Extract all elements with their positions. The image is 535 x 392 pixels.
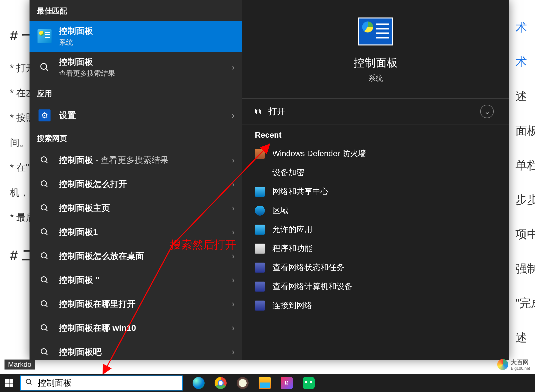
result-title: 控制面板主页 <box>59 202 232 214</box>
web-result-item[interactable]: 控制面板 - 查看更多搜索结果 › <box>30 148 242 172</box>
svg-line-7 <box>46 209 48 211</box>
recent-item[interactable]: 连接到网络 <box>255 296 496 315</box>
recent-item-icon <box>255 301 265 311</box>
recent-item-label: 查看网络状态和任务 <box>272 262 344 273</box>
recent-item[interactable]: 程序和功能 <box>255 239 496 258</box>
result-see-more[interactable]: 控制面板 查看更多搜索结果 › <box>30 52 242 83</box>
chevron-right-icon: › <box>232 62 235 72</box>
open-action[interactable]: ⧉ 打开 ⌄ <box>242 99 509 124</box>
recent-item[interactable]: 查看网络计算机和设备 <box>255 277 496 296</box>
intellij-icon[interactable]: IJ <box>281 377 293 389</box>
open-icon: ⧉ <box>255 106 261 116</box>
result-subtitle: 查看更多搜索结果 <box>59 69 232 78</box>
file-explorer-icon[interactable] <box>259 377 271 389</box>
apps-header: 应用 <box>30 83 242 103</box>
svg-line-9 <box>46 233 48 235</box>
svg-point-18 <box>41 349 47 354</box>
search-icon <box>37 177 52 192</box>
chrome-icon[interactable] <box>215 377 227 389</box>
wechat-icon[interactable] <box>303 377 315 389</box>
recent-item[interactable]: 查看网络状态和任务 <box>255 258 496 277</box>
result-title: 控制面板 - 查看更多搜索结果 <box>59 154 232 166</box>
web-result-item[interactable]: 控制面板怎么打开 › <box>30 172 242 196</box>
search-icon <box>25 378 33 388</box>
web-search-header: 搜索网页 <box>30 127 242 148</box>
svg-line-11 <box>46 257 48 259</box>
recent-item-label: 设备加密 <box>272 167 304 178</box>
recent-item-label: 程序和功能 <box>272 243 312 254</box>
recent-item-icon <box>255 187 265 197</box>
search-detail-panel: 控制面板 系统 ⧉ 打开 ⌄ Recent Windows Defender 防… <box>242 0 509 360</box>
chevron-down-icon: ⌄ <box>484 107 490 116</box>
svg-line-15 <box>46 305 48 307</box>
search-icon <box>37 321 52 336</box>
recent-header: Recent <box>255 130 496 140</box>
recent-item-icon <box>255 206 265 216</box>
result-title: 控制面板 <box>59 56 232 68</box>
result-title: 控制面板怎么打开 <box>59 178 232 190</box>
watermark: 大百网 Big100.net <box>497 358 530 371</box>
recent-item-icon <box>255 282 265 292</box>
search-icon <box>37 225 52 240</box>
svg-point-16 <box>41 325 47 330</box>
recent-item-icon <box>255 149 265 159</box>
result-title: 设置 <box>59 110 232 121</box>
web-result-item[interactable]: 控制面板在哪里打开 › <box>30 292 242 316</box>
svg-line-3 <box>46 161 48 163</box>
recent-section: Recent Windows Defender 防火墙 设备加密 网络和共享中心… <box>242 124 509 321</box>
recent-item[interactable]: Windows Defender 防火墙 <box>255 144 496 163</box>
svg-line-1 <box>46 68 48 70</box>
clock-icon[interactable] <box>237 377 249 389</box>
search-icon <box>37 273 52 288</box>
recent-item-icon <box>255 263 265 273</box>
recent-item[interactable]: 允许的应用 <box>255 220 496 239</box>
search-results-list: 最佳匹配 控制面板 系统 控制面板 查看更多搜索结果 › 应用 ⚙ 设置 › 搜… <box>30 0 242 360</box>
web-result-item[interactable]: 控制面板1 › <box>30 220 242 244</box>
result-title: 控制面板 <box>59 25 235 37</box>
web-result-item[interactable]: 控制面板吧 › <box>30 340 242 364</box>
search-icon <box>37 201 52 216</box>
search-input[interactable] <box>38 378 177 388</box>
svg-line-17 <box>46 329 48 331</box>
result-subtitle: 系统 <box>59 38 235 47</box>
result-settings[interactable]: ⚙ 设置 › <box>30 103 242 127</box>
watermark-sub: Big100.net <box>511 366 530 371</box>
web-result-item[interactable]: 控制面板主页 › <box>30 196 242 220</box>
best-match-header: 最佳匹配 <box>30 0 242 21</box>
svg-line-13 <box>46 281 48 283</box>
recent-item-icon <box>255 168 265 178</box>
result-control-panel-selected[interactable]: 控制面板 系统 <box>30 21 242 52</box>
recent-item[interactable]: 设备加密 <box>255 163 496 182</box>
chevron-right-icon: › <box>232 347 235 357</box>
gear-icon: ⚙ <box>37 108 52 123</box>
svg-point-8 <box>41 229 47 234</box>
windows-logo-icon <box>5 379 13 387</box>
result-title: 控制面板怎么放在桌面 <box>59 250 232 262</box>
chevron-right-icon: › <box>232 299 235 309</box>
search-icon <box>37 153 52 168</box>
web-result-item[interactable]: 控制面板 '' › <box>30 268 242 292</box>
recent-item-label: 连接到网络 <box>272 300 312 311</box>
recent-item[interactable]: 网络和共享中心 <box>255 182 496 201</box>
chevron-right-icon: › <box>232 155 235 165</box>
watermark-name: 大百网 <box>511 358 530 366</box>
edge-icon[interactable] <box>193 377 205 389</box>
web-result-item[interactable]: 控制面板在哪 win10 › <box>30 316 242 340</box>
chevron-right-icon: › <box>232 251 235 261</box>
start-search-popup: 最佳匹配 控制面板 系统 控制面板 查看更多搜索结果 › 应用 ⚙ 设置 › 搜… <box>30 0 509 360</box>
svg-point-4 <box>41 181 47 186</box>
expand-button[interactable]: ⌄ <box>480 105 494 118</box>
chevron-right-icon: › <box>232 203 235 213</box>
detail-subtitle: 系统 <box>368 73 383 83</box>
svg-point-2 <box>41 157 47 162</box>
svg-point-10 <box>41 253 47 258</box>
web-result-item[interactable]: 控制面板怎么放在桌面 › <box>30 244 242 268</box>
svg-point-12 <box>41 277 47 282</box>
start-button[interactable] <box>0 374 18 392</box>
taskbar-search-box[interactable] <box>20 376 183 391</box>
watermark-logo-icon <box>497 359 508 370</box>
search-icon <box>37 297 52 312</box>
svg-point-22 <box>26 379 31 384</box>
result-title: 控制面板在哪 win10 <box>59 322 232 334</box>
recent-item[interactable]: 区域 <box>255 201 496 220</box>
